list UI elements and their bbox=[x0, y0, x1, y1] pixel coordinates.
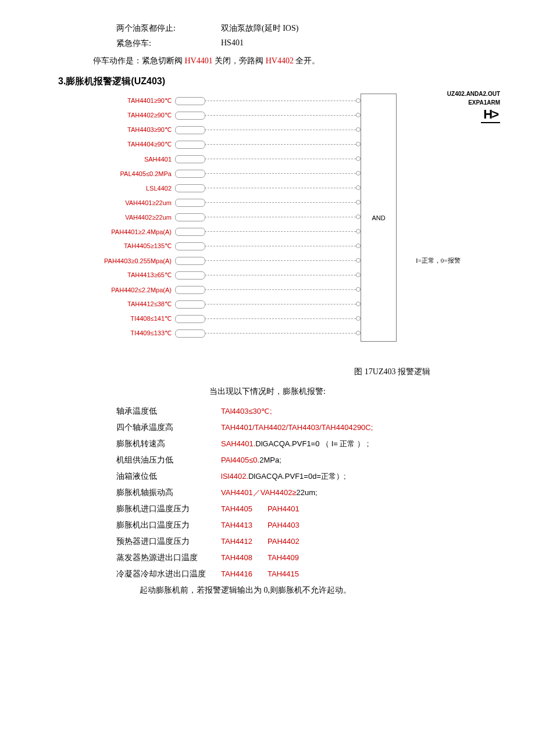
alarm-row: 油箱液位低lSl4402.DlGACQA.PVF1=0d=正常）; bbox=[116, 471, 500, 482]
connector-node-icon bbox=[356, 273, 361, 277]
alarm-label: 轴承温度低 bbox=[116, 406, 221, 417]
connector-node-icon bbox=[356, 287, 361, 292]
top-definitions: 两个油泵都停止: 双油泵故障(延时 IOS) 紧急停车: HS401 bbox=[116, 23, 500, 49]
input-row: TAH4404≥90℃ bbox=[93, 137, 205, 152]
tag-hv4401: HV4401 bbox=[185, 56, 213, 65]
connector-node-icon bbox=[356, 113, 361, 117]
alarm-row: 四个轴承温度高TAH4401/TAH4402/TAH4403/TAH440429… bbox=[116, 422, 500, 433]
connector-line bbox=[205, 130, 356, 131]
connector-node-icon bbox=[356, 185, 361, 190]
connector-node-icon bbox=[356, 214, 361, 219]
alarm-value: SAH4401.DlGACQA.PVF1=0 （ I= 正常 ） ; bbox=[221, 439, 369, 449]
alarm-label: 预热器进口温度压力 bbox=[116, 536, 221, 547]
alarm-label: 膨胀机进口温度压力 bbox=[116, 504, 221, 514]
input-label: VAH4402≥22um bbox=[93, 214, 175, 221]
connector-node-icon bbox=[356, 156, 361, 161]
buffer-gate-icon bbox=[175, 315, 205, 323]
alarm-label: 膨胀机转速高 bbox=[116, 439, 221, 449]
input-row: VAH4402≥22um bbox=[93, 210, 205, 224]
def-row: 紧急停车: HS401 bbox=[116, 38, 500, 49]
input-label: VAH4401≥22um bbox=[93, 199, 175, 206]
inputs-column: TAH4401≥90℃TAH4402≥90℃TAH4403≥90℃TAH4404… bbox=[93, 94, 205, 341]
input-label: TAH4404≥90℃ bbox=[93, 141, 175, 148]
footnote: 起动膨胀机前，若报警逻辑输出为 0,则膨胀机不允许起动。 bbox=[140, 585, 500, 596]
def-value: 双油泵故障(延时 IOS) bbox=[221, 23, 298, 34]
buffer-gate-icon bbox=[175, 184, 205, 192]
alarm-row: 机组供油压力低PAl4405≤0.2MPa; bbox=[116, 455, 500, 465]
input-row: TAH4412≤38℃ bbox=[93, 297, 205, 311]
input-row: TAH4405≥135℃ bbox=[93, 239, 205, 253]
tag-hv4402: HV4402 bbox=[266, 56, 294, 65]
connector-node-icon bbox=[356, 243, 361, 248]
input-row: SAH4401 bbox=[93, 152, 205, 166]
input-label: PAH4403≥0.255Mpa(A) bbox=[93, 257, 175, 264]
alarm-value: TAH4412PAH4402 bbox=[221, 537, 299, 546]
alarm-row: 蒸发器热源进出口温度TAH4408TAH4409 bbox=[116, 553, 500, 563]
alarm-value: VAH4401／VAH4402≥22um; bbox=[221, 488, 318, 498]
text: 关闭，旁路阀 bbox=[213, 56, 266, 65]
alarm-label: 冷凝器冷却水进出口温度 bbox=[116, 569, 221, 579]
alarm-value: TAH4408TAH4409 bbox=[221, 553, 299, 562]
and-gate: AND bbox=[361, 94, 397, 342]
buffer-gate-icon bbox=[175, 257, 205, 265]
alarm-row: 预热器进口温度压力TAH4412PAH4402 bbox=[116, 536, 500, 547]
connector-line bbox=[205, 115, 356, 116]
alarm-value: TAH4416TAH4415 bbox=[221, 569, 299, 578]
connector-line bbox=[205, 231, 356, 232]
buffer-gate-icon bbox=[175, 112, 205, 120]
input-row: PAH4403≥0.255Mpa(A) bbox=[93, 253, 205, 268]
buffer-gate-icon bbox=[175, 155, 205, 163]
connector-line bbox=[205, 144, 356, 145]
connector-line bbox=[205, 333, 356, 334]
buffer-gate-icon bbox=[175, 97, 205, 105]
buffer-gate-icon bbox=[175, 271, 205, 280]
buffer-gate-icon bbox=[175, 213, 205, 221]
input-label: TAH4402≥90℃ bbox=[93, 112, 175, 119]
alarm-label: 油箱液位低 bbox=[116, 471, 221, 482]
connector-line bbox=[205, 188, 356, 189]
buffer-gate-icon bbox=[175, 126, 205, 134]
alarm-label: 蒸发器热源进出口温度 bbox=[116, 553, 221, 563]
input-row: TI4409≤133℃ bbox=[93, 326, 205, 341]
output-labels: UZ402.ANDA2.OUT EXPA1ARM H> bbox=[419, 91, 500, 123]
alarm-row: 膨胀机进口温度压力TAH4405PAH4401 bbox=[116, 504, 500, 514]
alarm-value: PAl4405≤0.2MPa; bbox=[221, 456, 281, 464]
connector-node-icon bbox=[356, 127, 361, 132]
connector-node-icon bbox=[356, 98, 361, 103]
connector-node-icon bbox=[356, 258, 361, 263]
input-label: TAH4405≥135℃ bbox=[93, 242, 175, 250]
def-value: HS401 bbox=[221, 38, 244, 49]
alarm-row: 膨胀机轴振动高VAH4401／VAH4402≥22um; bbox=[116, 488, 500, 498]
def-row: 两个油泵都停止: 双油泵故障(延时 IOS) bbox=[116, 23, 500, 34]
alarm-row: 冷凝器冷却水进出口温度TAH4416TAH4415 bbox=[116, 569, 500, 579]
input-row: TAH4401≥90℃ bbox=[93, 94, 205, 108]
input-row: TI4408≤141℃ bbox=[93, 311, 205, 326]
input-label: TAH4401≥90℃ bbox=[93, 97, 175, 105]
connector-line bbox=[205, 217, 356, 218]
figure-caption: 图 17UZ403 报警逻辑 bbox=[35, 367, 430, 377]
input-row: PAH4401≥2.4Mpa(A) bbox=[93, 224, 205, 239]
alarm-value: TAl4403≤30℃; bbox=[221, 407, 272, 415]
text: 全开。 bbox=[294, 56, 320, 65]
connector-node-icon bbox=[356, 316, 361, 321]
alarm-list: 轴承温度低TAl4403≤30℃;四个轴承温度高TAH4401/TAH4402/… bbox=[116, 406, 500, 579]
buffer-gate-icon bbox=[175, 300, 205, 309]
connector-line bbox=[205, 260, 356, 261]
input-label: PAL4405≤0.2MPa bbox=[93, 170, 175, 177]
connector-line bbox=[205, 173, 356, 174]
logic-diagram: TAH4401≥90℃TAH4402≥90℃TAH4403≥90℃TAH4404… bbox=[93, 94, 500, 355]
connector-node-icon bbox=[356, 200, 361, 205]
connector-node-icon bbox=[356, 331, 361, 335]
output-line-2: EXPA1ARM bbox=[419, 99, 500, 106]
connector-line bbox=[205, 202, 356, 203]
connector-line bbox=[205, 304, 356, 305]
input-label: TAH4403≥90℃ bbox=[93, 126, 175, 134]
connector-node-icon bbox=[356, 302, 361, 306]
def-label: 紧急停车: bbox=[116, 38, 221, 49]
alarm-value: TAH4405PAH4401 bbox=[221, 504, 299, 513]
buffer-gate-icon bbox=[175, 286, 205, 294]
alarm-value: TAH4413PAH4403 bbox=[221, 521, 299, 529]
input-row: PAL4405≤0.2MPa bbox=[93, 166, 205, 181]
buffer-gate-icon bbox=[175, 329, 205, 338]
connector-node-icon bbox=[356, 229, 361, 234]
